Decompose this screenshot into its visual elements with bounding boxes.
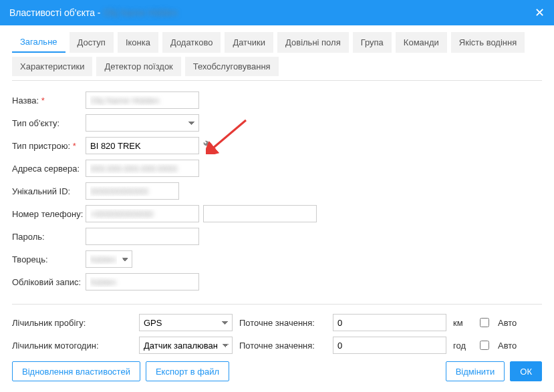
tab-custom-fields[interactable]: Довільні поля bbox=[277, 32, 349, 53]
tab-profile[interactable]: Характеристики bbox=[12, 57, 92, 76]
label-password: Пароль: bbox=[12, 232, 86, 242]
close-icon[interactable]: ✕ bbox=[535, 7, 545, 19]
tab-group[interactable]: Група bbox=[353, 32, 392, 53]
label-unique-id: Унікальний ID: bbox=[12, 186, 86, 196]
creator-select[interactable]: hidden bbox=[86, 250, 132, 268]
mileage-value-input[interactable] bbox=[333, 314, 446, 331]
tab-drive-quality[interactable]: Якість водіння bbox=[451, 32, 525, 53]
divider bbox=[12, 304, 542, 305]
account-input[interactable] bbox=[86, 273, 199, 290]
phone-input[interactable] bbox=[86, 205, 199, 222]
object-type-select[interactable] bbox=[86, 114, 199, 132]
tabs-bar: Загальне Доступ Іконка Додатково Датчики… bbox=[12, 32, 542, 81]
label-name: Назва: bbox=[12, 95, 86, 106]
engine-source-select[interactable]: Датчик запалювання bbox=[139, 337, 233, 354]
dialog-title: Властивості об'єкта - Obj Name Hidden bbox=[9, 7, 178, 18]
dialog-body: Загальне Доступ Іконка Додатково Датчики… bbox=[0, 25, 554, 355]
tab-maintenance[interactable]: Техобслуговування bbox=[185, 57, 279, 76]
label-creator: Творець: bbox=[12, 254, 86, 264]
engine-auto-label: Авто bbox=[498, 341, 517, 351]
wrench-icon[interactable] bbox=[203, 140, 213, 152]
label-mileage-counter: Лічильник пробігу: bbox=[12, 318, 132, 328]
cancel-button[interactable]: Відмінити bbox=[446, 361, 505, 381]
engine-unit: год bbox=[453, 341, 470, 351]
tab-access[interactable]: Доступ bbox=[70, 32, 114, 53]
device-type-input[interactable] bbox=[86, 137, 199, 154]
mileage-auto-label: Авто bbox=[498, 318, 517, 328]
label-phone: Номер телефону: bbox=[12, 209, 86, 219]
restore-properties-button[interactable]: Відновлення властивостей bbox=[12, 361, 140, 381]
label-mileage-current: Поточне значення: bbox=[239, 318, 326, 328]
label-object-type: Тип об'єкту: bbox=[12, 118, 86, 128]
label-server-address: Адреса сервера: bbox=[12, 164, 86, 174]
tab-advanced[interactable]: Додатково bbox=[162, 32, 221, 53]
dialog-footer: Відновлення властивостей Експорт в файл … bbox=[0, 355, 554, 392]
server-address-input[interactable] bbox=[86, 160, 199, 177]
tab-sensors[interactable]: Датчики bbox=[225, 32, 273, 53]
name-input[interactable] bbox=[86, 91, 199, 109]
mileage-unit: км bbox=[453, 318, 470, 328]
tab-trip-detector[interactable]: Детектор поїздок bbox=[96, 57, 180, 76]
ok-button[interactable]: ОК bbox=[510, 361, 542, 381]
password-input[interactable] bbox=[86, 228, 199, 245]
mileage-source-select[interactable]: GPS bbox=[139, 314, 233, 331]
export-to-file-button[interactable]: Експорт в файл bbox=[146, 361, 229, 381]
object-properties-dialog: Властивості об'єкта - Obj Name Hidden ✕ … bbox=[0, 0, 554, 392]
label-account: Обліковий запис: bbox=[12, 277, 86, 287]
label-engine-current: Поточне значення: bbox=[239, 341, 326, 351]
engine-auto-checkbox[interactable] bbox=[480, 341, 489, 350]
mileage-auto-checkbox[interactable] bbox=[480, 318, 489, 327]
general-form: Назва: Тип об'єкту: Тип пристрою: Адреса… bbox=[12, 91, 542, 355]
unique-id-input[interactable] bbox=[86, 182, 179, 200]
tab-commands[interactable]: Команди bbox=[396, 32, 447, 53]
dialog-title-object-name: Obj Name Hidden bbox=[103, 7, 177, 18]
label-device-type: Тип пристрою: bbox=[12, 141, 86, 151]
phone2-input[interactable] bbox=[203, 205, 317, 222]
engine-value-input[interactable] bbox=[333, 337, 446, 354]
tab-icon[interactable]: Іконка bbox=[118, 32, 158, 53]
tab-general[interactable]: Загальне bbox=[12, 32, 65, 53]
label-engine-counter: Лічильник мотогодин: bbox=[12, 341, 132, 351]
dialog-header: Властивості об'єкта - Obj Name Hidden ✕ bbox=[0, 0, 554, 25]
